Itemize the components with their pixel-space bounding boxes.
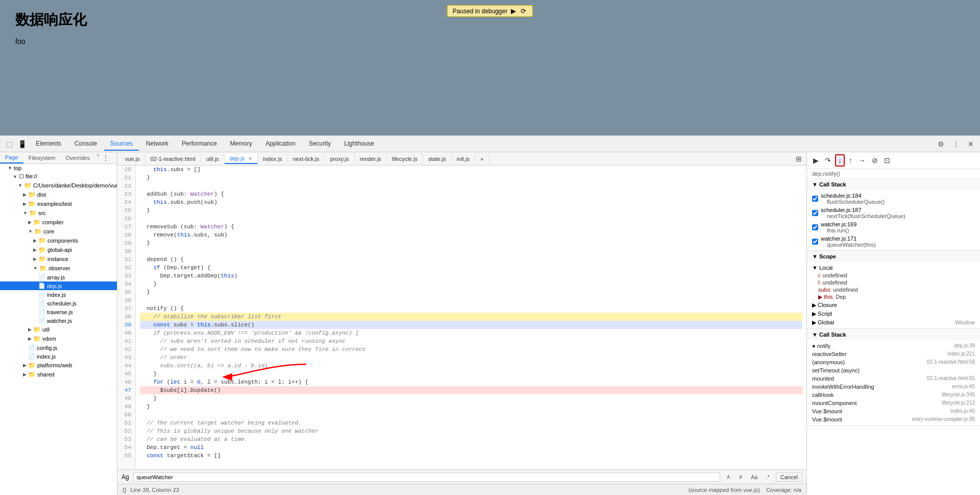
scope-script-header[interactable]: ▶ Script (812, 310, 975, 318)
call-stack-item-mount[interactable]: mountComponent lifecycle.js:212 (812, 399, 975, 407)
inspect-element-button[interactable]: ⬚ (4, 139, 15, 149)
source-tab-nexttick[interactable]: next-tick.js (288, 154, 325, 163)
source-tab-index[interactable]: index.js (258, 154, 287, 163)
call-stack-header[interactable]: ▼ Call Stack (807, 179, 980, 190)
call-stack-label-3: watcher.js:169this.run() (821, 221, 856, 233)
tree-item-global-api[interactable]: ▶ 📁 global-api (0, 245, 117, 254)
tab-sources[interactable]: Sources (104, 137, 139, 151)
left-panel-menu-icon[interactable]: ⋮ (100, 152, 112, 163)
deactivate-breakpoints-button[interactable]: ⊘ (870, 155, 880, 166)
call-stack-item-notify[interactable]: ● notify dep.js:39 (812, 342, 975, 350)
cs-fn-reactive: reactiveSetter (812, 351, 847, 357)
tab-elements[interactable]: Elements (30, 137, 67, 151)
tree-item-top[interactable]: ▼ top (0, 164, 117, 172)
settings-icon[interactable]: ⚙ (936, 139, 946, 149)
step-over-button[interactable]: ⟳ (520, 7, 527, 15)
tree-item-shared[interactable]: ▶ 📁 shared (0, 370, 117, 379)
tree-item-index[interactable]: 📄 index.js (0, 290, 117, 299)
call-stack-item-callhook[interactable]: callHook lifecycle.js:345 (812, 391, 975, 399)
scope-local-header[interactable]: ▼ Local (812, 264, 975, 272)
tree-item-config[interactable]: 📄 config.js (0, 343, 117, 352)
tab-lighthouse[interactable]: Lighthouse (338, 137, 380, 151)
tree-item-core[interactable]: ▼ 📁 core (0, 227, 117, 236)
tree-item-compiler[interactable]: ▶ 📁 compiler (0, 218, 117, 227)
call-stack-item-invoke[interactable]: invokeWithErrorHandling error.js:45 (812, 383, 975, 391)
left-tab-filesystem[interactable]: Filesystem (23, 152, 61, 163)
tree-item-examples[interactable]: ▶ 📁 examples/test (0, 199, 117, 208)
source-tab-util[interactable]: util.js (201, 154, 225, 163)
call-stack-checkbox-4[interactable] (812, 239, 818, 245)
call-stack-check-2: scheduler.js:187nextTick(flushSchedulerQ… (812, 206, 975, 220)
call-stack-item-mounted[interactable]: mounted 02-1-reactive.html:55 (812, 374, 975, 383)
regex-btn[interactable]: .* (764, 473, 771, 481)
tab-application[interactable]: Application (259, 137, 302, 151)
tree-item-src-index[interactable]: 📄 index.js (0, 352, 117, 361)
new-tab-icon[interactable]: ⊞ (794, 154, 804, 164)
source-tab-dep[interactable]: dep.js ✕ (225, 154, 258, 164)
source-tab-more[interactable]: » (475, 154, 489, 163)
source-tab-state[interactable]: state.js (423, 154, 452, 163)
more-options-icon[interactable]: ⋮ (950, 139, 962, 149)
resume-execution-button[interactable]: ▶ (811, 155, 821, 166)
resume-button[interactable]: ▶ (510, 7, 517, 15)
step-out-button[interactable]: ↑ (847, 155, 854, 166)
tree-item-watcher[interactable]: 📄 watcher.js (0, 316, 117, 325)
left-tab-overrides[interactable]: Overrides (60, 152, 95, 163)
source-tab-init[interactable]: init.js (452, 154, 475, 163)
tree-item-scheduler[interactable]: 📄 scheduler.js (0, 299, 117, 308)
call-stack-checkbox-3[interactable] (812, 224, 818, 230)
tree-item-util[interactable]: ▶ 📁 util (0, 325, 117, 334)
device-toggle-button[interactable]: 📱 (16, 139, 29, 149)
search-nav-up[interactable]: ∧ (724, 473, 732, 481)
search-input[interactable] (133, 473, 720, 482)
call-stack-item-anon[interactable]: (anonymous) 02-1-reactive.html:56 (812, 358, 975, 366)
tree-item-src[interactable]: ▼ 📁 src (0, 208, 117, 218)
source-tab-vue[interactable]: vue.js (120, 154, 145, 163)
cancel-search-button[interactable]: Cancel (776, 473, 802, 482)
tree-item-components[interactable]: ▶ 📁 components (0, 236, 117, 245)
step-into-button[interactable]: ↓ (835, 154, 845, 167)
tree-item-platforms[interactable]: ▶ 📁 platforms/web (0, 361, 117, 370)
source-tab-reactive-html[interactable]: 02-1-reactive.html (145, 154, 201, 163)
step-over-button[interactable]: ↷ (823, 155, 833, 166)
tab-performance[interactable]: Performance (176, 137, 223, 151)
tab-network[interactable]: Network (140, 137, 175, 151)
call-stack-item-entryrt[interactable]: Vue.$mount entry-runtime-compiler.js:95 (812, 415, 975, 423)
call-stack-item-settimeout[interactable]: setTimeout (async) (812, 366, 975, 374)
tab-memory[interactable]: Memory (224, 137, 258, 151)
search-nav-down[interactable]: ∨ (737, 473, 745, 481)
tree-item-traverse[interactable]: 📄 traverse.js (0, 308, 117, 316)
source-tab-lifecycle[interactable]: lifecycle.js (387, 154, 423, 163)
tree-item-array[interactable]: 📄 array.js (0, 273, 117, 281)
tree-item-vdom[interactable]: ▶ 📁 vdom (0, 334, 117, 343)
line-num-32: 32 (121, 264, 131, 272)
tree-item-instance[interactable]: ▶ 📁 instance (0, 254, 117, 264)
source-tab-proxy[interactable]: proxy.js (325, 154, 355, 163)
left-tab-page[interactable]: Page (0, 152, 23, 163)
tree-item-dist[interactable]: ▶ 📁 dist (0, 190, 117, 199)
cs-fn-vsmount: Vue.$mount (812, 408, 842, 414)
close-tab-icon[interactable]: ✕ (248, 156, 252, 161)
scope-closure-header[interactable]: ▶ Closure (812, 301, 975, 310)
tab-security[interactable]: Security (303, 137, 337, 151)
line-num-30: 30 (121, 247, 131, 255)
scope-global-header[interactable]: ▶ Global Window (812, 318, 975, 327)
tree-item-dep[interactable]: 📄 dep.js (0, 281, 117, 290)
call-stack-checkbox-2[interactable] (812, 210, 818, 216)
tree-item-observer[interactable]: ▼ 📁 observer (0, 264, 117, 273)
close-devtools-icon[interactable]: ✕ (966, 139, 976, 149)
call-stack-header-2[interactable]: ▼ Call Stack (807, 329, 980, 340)
source-tab-render[interactable]: render.js (355, 154, 387, 163)
match-case-btn[interactable]: Aa (749, 473, 760, 481)
tab-console[interactable]: Console (68, 137, 103, 151)
call-stack-item-reactive[interactable]: reactiveSetter index.js:221 (812, 350, 975, 358)
scope-header[interactable]: ▼ Scope (807, 251, 980, 262)
pause-on-exceptions-button[interactable]: ⊡ (882, 155, 892, 166)
file-icon: 📄 (28, 344, 35, 351)
step-button[interactable]: → (856, 155, 868, 166)
call-stack-item-vsmount[interactable]: Vue.$mount index.js:45 (812, 407, 975, 415)
call-stack-checkbox-1[interactable] (812, 196, 818, 202)
tree-item-file[interactable]: ▼ ☐ file:// (0, 172, 117, 181)
tree-item-vue-dev[interactable]: ▼ 📁 C/Users/danke/Desktop/demo/vue-dev (0, 181, 117, 190)
arrow-icon: ▶ (33, 238, 37, 243)
